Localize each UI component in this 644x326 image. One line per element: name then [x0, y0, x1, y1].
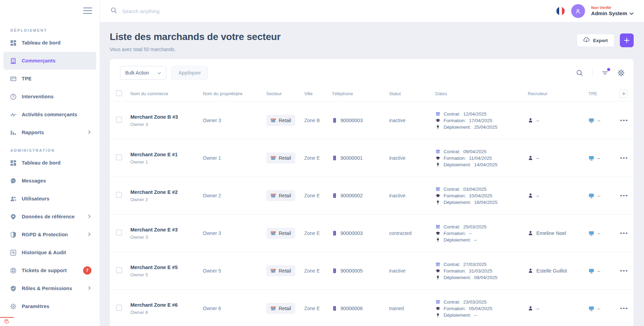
column-header-secteur[interactable]: Secteur [266, 91, 304, 96]
user-menu[interactable]: Non Vérifié Admin System [591, 6, 634, 17]
shield-icon [10, 231, 17, 238]
sidebar: DÉPLOIEMENT Tableau de bord Commerçants … [0, 0, 100, 326]
dates-cell: Contrat:25/03/2025 Formation:– Déploieme… [435, 223, 528, 244]
row-actions-button[interactable] [620, 193, 628, 199]
add-column-button[interactable] [620, 90, 628, 98]
apply-button[interactable]: Appliquer [171, 66, 208, 80]
merchant-name[interactable]: Merchant Zone E #6 [130, 302, 203, 308]
recruiter-cell: – [528, 155, 588, 161]
owner-name: Owner 5 [203, 268, 266, 274]
sidebar-item-parametres[interactable]: Paramètres [3, 297, 96, 315]
column-header-recruteur[interactable]: Recruteur [528, 91, 588, 96]
sidebar-section-administration: ADMINISTRATION [0, 148, 100, 154]
sector-badge: Retail [266, 115, 295, 126]
contract-date: 23/03/2025 [463, 299, 487, 305]
graduation-cap-icon [435, 193, 440, 198]
export-button[interactable]: Export [577, 34, 614, 47]
owner-name: Owner 2 [203, 193, 266, 198]
monitor-icon [588, 155, 594, 161]
row-actions-button[interactable] [620, 118, 628, 124]
select-all-checkbox[interactable] [116, 90, 122, 96]
merchant-name[interactable]: Merchant Zone B #3 [130, 114, 203, 120]
merchant-name[interactable]: Merchant Zone E #1 [130, 152, 203, 157]
row-actions-button[interactable] [620, 230, 628, 236]
sidebar-item-tableau-de-bord-admin[interactable]: Tableau de bord [3, 154, 96, 172]
table-settings-button[interactable] [617, 69, 625, 77]
row-checkbox[interactable] [116, 229, 122, 236]
deployment-date: 08/04/2025 [474, 275, 498, 280]
person-icon [528, 306, 533, 311]
sidebar-item-historique-audit[interactable]: Historique & Audit [3, 244, 96, 261]
store-icon [270, 118, 276, 123]
table-row: Merchant Zone E #6 Owner 6 Owner 6 Retai… [110, 290, 634, 326]
calendar-icon [435, 299, 440, 305]
contract-date: 03/04/2025 [463, 187, 487, 192]
merchant-name-sub: Owner 3 [130, 122, 203, 127]
row-checkbox[interactable] [116, 117, 122, 123]
merchants-building-icon [10, 57, 17, 64]
sidebar-item-messages[interactable]: Messages [3, 172, 96, 190]
laravel-debugbar-toggle[interactable] [0, 317, 14, 326]
sidebar-item-rgpd-protection[interactable]: RGPD & Protection [3, 226, 96, 244]
training-date: 10/04/2025 [469, 193, 493, 198]
language-flag-france[interactable] [556, 7, 565, 16]
deployment-date: – [474, 313, 477, 318]
dates-cell: Contrat:27/03/2025 Formation:31/03/2025 … [435, 260, 528, 281]
recruiter-cell: – [528, 306, 588, 311]
sidebar-item-roles-permissions[interactable]: Rôles & Permissions [3, 279, 96, 297]
status: contracted [389, 230, 435, 236]
row-checkbox[interactable] [116, 192, 122, 198]
deployment-date: 16/04/2025 [474, 200, 498, 205]
row-checkbox[interactable] [116, 154, 122, 160]
row-actions-button[interactable] [620, 306, 628, 312]
table-row: Merchant Zone E #1 Owner 1 Owner 1 Retai… [110, 139, 634, 177]
sidebar-item-tickets-de-support[interactable]: Tickets de support 7 [3, 261, 96, 279]
sidebar-item-utilisateurs[interactable]: Utilisateurs [3, 190, 96, 208]
recruiter-cell: Estelle Guillot [528, 268, 588, 274]
table-search-button[interactable] [576, 69, 583, 77]
owner-name: Owner 6 [203, 306, 266, 311]
add-merchant-button[interactable] [620, 33, 634, 47]
row-actions-button[interactable] [620, 268, 628, 274]
sidebar-item-donnees-de-reference[interactable]: Données de référence [3, 208, 96, 226]
column-header-statut[interactable]: Statut [389, 91, 435, 96]
sidebar-item-tableau-de-bord[interactable]: Tableau de bord [3, 34, 96, 52]
merchant-name[interactable]: Merchant Zone E #3 [130, 227, 203, 233]
top-header: Non Vérifié Admin System [100, 0, 644, 22]
recruiter-cell: Emeline Noel [528, 230, 588, 236]
row-checkbox[interactable] [116, 305, 122, 311]
row-checkbox[interactable] [116, 267, 122, 273]
column-header-nom-du-commerce[interactable]: Nom du commerce [130, 91, 203, 96]
page-title: Liste des marchands de votre secteur [110, 31, 280, 42]
column-header-ville[interactable]: Ville [304, 91, 332, 96]
sidebar-item-activites-commercants[interactable]: Activités commerçants [3, 106, 96, 124]
row-actions-button[interactable] [620, 155, 628, 161]
sidebar-item-commercants[interactable]: Commerçants [3, 52, 96, 70]
sidebar-item-rapports[interactable]: Rapports [3, 124, 96, 141]
merchant-name-sub: Owner 1 [130, 159, 203, 165]
avatar[interactable] [571, 4, 585, 18]
deployment-date: 14/04/2025 [474, 162, 498, 167]
merchant-name[interactable]: Merchant Zone E #2 [130, 189, 203, 195]
table-row: Merchant Zone B #3 Owner 3 Owner 3 Retai… [110, 102, 634, 139]
column-header-dates[interactable]: Dates [435, 91, 528, 96]
table-row: Merchant Zone E #2 Owner 2 Owner 2 Retai… [110, 177, 634, 215]
city: Zone E [304, 155, 332, 161]
training-date: 31/03/2025 [469, 268, 493, 274]
sidebar-item-interventions[interactable]: ? Interventions [3, 88, 96, 106]
city: Zone E [304, 268, 332, 274]
graduation-cap-icon [435, 231, 440, 236]
filter-button[interactable] [602, 69, 608, 76]
column-header-tpe[interactable]: TPE [588, 91, 620, 96]
contract-date: 12/04/2025 [463, 111, 487, 117]
bulk-action-select[interactable]: Bulk Action [120, 66, 166, 80]
column-header-telephone[interactable]: Téléphone [332, 91, 389, 96]
menu-toggle-button[interactable] [83, 7, 92, 14]
recruiter-cell: – [528, 118, 588, 123]
contract-date: 27/03/2025 [463, 262, 487, 267]
chevron-right-icon [87, 214, 91, 220]
column-header-nom-du-proprietaire[interactable]: Nom du propriétaire [203, 91, 266, 96]
merchant-name[interactable]: Merchant Zone E #5 [130, 265, 203, 270]
sidebar-item-tpe[interactable]: TPE [3, 70, 96, 88]
search-input[interactable] [122, 8, 267, 14]
